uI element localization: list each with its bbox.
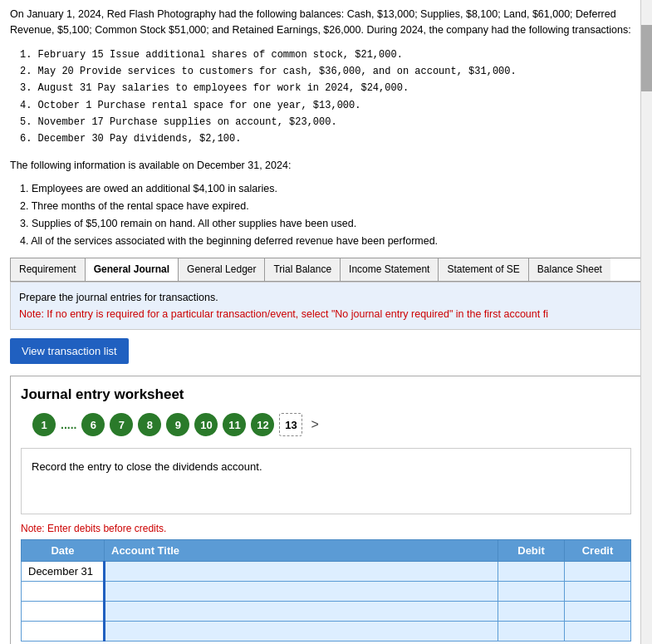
entry-debit-cell[interactable] (498, 562, 565, 582)
entry-credit-cell[interactable] (565, 622, 631, 642)
transaction-item: 6. December 30 Pay dividends, $2,100. (20, 130, 642, 147)
entry-date-cell: December 31 (22, 562, 105, 582)
transaction-item: 3. August 31 Pay salaries to employees f… (20, 80, 642, 96)
page-7-button[interactable]: 7 (110, 413, 133, 436)
info-item: 3. Supplies of $5,100 remain on hand. Al… (20, 215, 642, 233)
table-row (22, 622, 631, 642)
page-13-button[interactable]: 13 (279, 413, 302, 436)
record-prompt-text: Record the entry to close the dividends … (32, 460, 262, 473)
journal-entry-table: Date Account Title Debit Credit December… (21, 539, 631, 642)
record-prompt-box: Record the entry to close the dividends … (21, 448, 631, 514)
transaction-item: 4. October 1 Purchase rental space for o… (20, 97, 642, 114)
intro-paragraph: On January 1, 2024, Red Flash Photograph… (0, 0, 652, 43)
page-12-button[interactable]: 12 (251, 413, 274, 436)
following-info-header: The following information is available o… (0, 151, 652, 177)
pagination-bar: 1 ..... 6 7 8 9 10 11 12 13 > (21, 413, 631, 436)
table-row (22, 582, 631, 602)
col-header-credit: Credit (565, 540, 631, 562)
entry-credit-cell[interactable] (565, 602, 631, 622)
entry-date-cell (22, 622, 105, 642)
info-item: 4. All of the services associated with t… (20, 233, 642, 250)
instruction-main: Prepare the journal entries for transact… (19, 289, 633, 306)
transaction-item: 2. May 20 Provide services to customers … (20, 63, 642, 80)
page-9-button[interactable]: 9 (166, 413, 189, 436)
tab-balance-sheet[interactable]: Balance Sheet (529, 258, 610, 282)
instruction-note: Note: If no entry is required for a part… (19, 306, 633, 322)
col-header-date: Date (22, 540, 105, 562)
entry-account-cell[interactable] (105, 602, 498, 622)
tab-general-journal[interactable]: General Journal (86, 258, 179, 282)
page-6-button[interactable]: 6 (81, 413, 105, 436)
entry-credit-cell[interactable] (565, 562, 631, 582)
entry-account-cell[interactable] (105, 562, 498, 582)
following-info-list: 1. Employees are owed an additional $4,1… (0, 177, 652, 258)
transactions-list: 1. February 15 Issue additional shares o… (0, 43, 652, 151)
note-credits: Note: Enter debits before credits. (21, 523, 631, 534)
entry-debit-cell[interactable] (498, 602, 565, 622)
tabs-bar: RequirementGeneral JournalGeneral Ledger… (10, 258, 642, 283)
prev-page-button[interactable] (21, 423, 27, 426)
instruction-box: Prepare the journal entries for transact… (10, 282, 642, 330)
info-item: 1. Employees are owed an additional $4,1… (20, 180, 642, 198)
entry-account-cell[interactable] (105, 582, 498, 602)
vertical-scrollbar[interactable] (640, 0, 652, 644)
col-header-account: Account Title (105, 540, 498, 562)
page-1-button[interactable]: 1 (32, 413, 56, 436)
entry-debit-cell[interactable] (498, 582, 565, 602)
col-header-debit: Debit (498, 540, 565, 562)
entry-date-cell (22, 582, 105, 602)
view-transaction-list-button[interactable]: View transaction list (10, 338, 129, 364)
table-row: December 31 (22, 562, 631, 582)
tab-trial-balance[interactable]: Trial Balance (265, 258, 341, 282)
transaction-item: 5. November 17 Purchase supplies on acco… (20, 114, 642, 130)
journal-entry-worksheet: Journal entry worksheet 1 ..... 6 7 8 9 … (10, 376, 642, 644)
entry-account-cell[interactable] (105, 622, 498, 642)
tab-general-ledger[interactable]: General Ledger (179, 258, 265, 282)
tab-income-statement[interactable]: Income Statement (341, 258, 439, 282)
vertical-scrollbar-thumb (641, 25, 652, 91)
entry-debit-cell[interactable] (498, 622, 565, 642)
entry-date-cell (22, 602, 105, 622)
table-row (22, 602, 631, 622)
tab-statement-of-se[interactable]: Statement of SE (439, 258, 528, 282)
page-11-button[interactable]: 11 (223, 413, 246, 436)
page-8-button[interactable]: 8 (138, 413, 161, 436)
info-item: 2. Three months of the rental space have… (20, 198, 642, 215)
tab-requirement[interactable]: Requirement (11, 258, 86, 282)
next-page-button[interactable]: > (307, 415, 321, 434)
page-dots: ..... (61, 418, 76, 431)
worksheet-title: Journal entry worksheet (21, 386, 631, 403)
entry-credit-cell[interactable] (565, 582, 631, 602)
transaction-item: 1. February 15 Issue additional shares o… (20, 47, 642, 63)
page-10-button[interactable]: 10 (194, 413, 218, 436)
